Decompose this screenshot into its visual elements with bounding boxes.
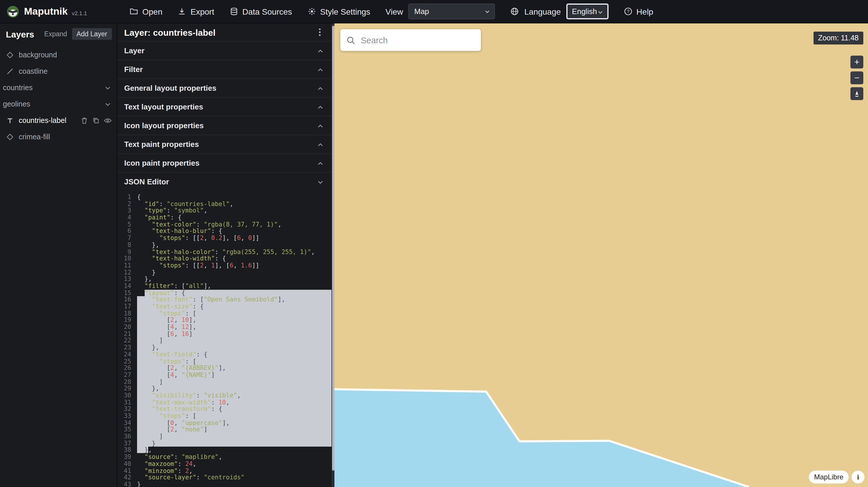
help-button[interactable]: ? Help [623,7,653,16]
section-label: Text paint properties [124,140,316,149]
zoom-in-button[interactable]: + [850,56,863,68]
chevron-up-icon [316,84,324,92]
maplibre-link[interactable]: MapLibre [809,470,849,484]
zoom-out-button[interactable]: − [850,71,863,84]
code-line: 19 [2, 10], [117,317,332,324]
layers-header: Layers Expand Add Layer [0,24,117,44]
help-icon: ? [623,7,632,16]
compass-icon [853,90,861,98]
layer-item-background[interactable]: background [0,47,117,63]
maputnik-app: Maputnik v2.1.1 Open Export Data Sources… [0,0,868,487]
code-line: 6 "text-halo-blur": { [117,228,332,235]
code-line: 21 [6, 16] [117,331,332,337]
code-line: 26 [2, "{ABBREV}"], [117,365,332,371]
code-line: 31 "text-max-width": 10, [117,399,332,405]
code-line: 4 "paint": { [117,214,332,221]
code-line: 28 ] [117,379,332,385]
code-line: 30 "visibility": "visible", [117,392,332,399]
chevron-up-icon [316,159,324,167]
view-select-value: Map [414,7,429,16]
delete-icon[interactable] [80,117,88,125]
map-canvas[interactable]: Zoom: 11.48 + − MapLibre i [335,24,868,487]
expand-button[interactable]: Expand [44,30,67,37]
line-icon [6,67,14,75]
duplicate-icon[interactable] [92,117,100,125]
layer-item-coastline[interactable]: coastline [0,63,117,79]
chevron-up-icon [316,103,324,111]
layer-item-label: background [19,51,107,59]
code-line: 17 "text-size": { [117,303,332,310]
layer-group-countries[interactable]: countries [0,79,117,96]
section-layer[interactable]: Layer [117,41,332,60]
kebab-menu-icon[interactable] [315,28,324,37]
data-sources-label: Data Sources [242,7,292,16]
code-line: 40 "maxzoom": 24, [117,461,332,467]
section-label: Icon paint properties [124,159,316,167]
language-group: Language English [510,3,609,19]
code-line: 25 "stops": [ [117,358,332,365]
svg-text:?: ? [627,9,629,14]
layer-group-geolines[interactable]: geolines [0,96,117,112]
app-title: Maputnik [24,6,68,17]
section-json-editor[interactable]: JSON Editor [117,172,332,191]
code-line: 9 "text-halo-color": "rgba(255, 255, 255… [117,249,332,255]
json-editor-code[interactable]: 1{2 "id": "countries-label",3 "type": "s… [117,191,332,487]
map-controls: + − [850,56,863,100]
section-label: Filter [124,65,316,74]
info-button[interactable]: i [851,470,865,484]
layer-item-label: coastline [19,67,107,75]
language-select[interactable]: English [566,3,608,19]
code-line: 3 "type": "symbol", [117,207,332,214]
open-button[interactable]: Open [129,7,162,16]
export-button[interactable]: Export [178,7,214,16]
code-line: 15 "layout": { [117,289,332,296]
diamond-icon [6,51,14,59]
chevron-up-icon [316,122,324,130]
code-line: 10 "text-halo-width": { [117,255,332,262]
language-select-value: English [572,7,597,16]
section-text-layout-properties[interactable]: Text layout properties [117,97,332,116]
layers-title: Layers [6,29,39,39]
language-label: Language [525,7,561,16]
section-text-paint-properties[interactable]: Text paint properties [117,135,332,153]
layer-list: background coastline countries geolines … [0,44,117,145]
inspector-scrollbar [332,24,335,487]
data-sources-button[interactable]: Data Sources [229,7,292,16]
chevron-up-icon [316,65,324,73]
section-general-layout-properties[interactable]: General layout properties [117,78,332,97]
layer-item-countries-label[interactable]: countries-label [0,112,117,129]
add-layer-button[interactable]: Add Layer [72,28,112,40]
visibility-icon[interactable] [104,117,112,125]
code-line: 24 "text-field": { [117,351,332,358]
code-line: 38 }, [117,447,332,454]
layer-item-label: countries [3,84,94,92]
chevron-down-icon [596,9,603,16]
search-input[interactable] [361,35,475,45]
inspector-title: Layer: countries-label [124,27,315,37]
code-line: 23 }, [117,344,332,351]
compass-button[interactable] [850,87,863,100]
view-select[interactable]: Map [408,3,495,19]
app-version: v2.1.1 [72,10,87,17]
zoom-level-badge: Zoom: 11.48 [813,32,863,44]
code-line: 32 "text-transform": { [117,406,332,413]
layer-item-crimea-fill[interactable]: crimea-fill [0,129,117,145]
inspector-header: Layer: countries-label [117,24,332,41]
code-line: 35 [2, "none"] [117,426,332,433]
chevron-down-icon [104,100,112,108]
style-settings-button[interactable]: Style Settings [307,7,370,16]
section-label: Layer [124,46,316,55]
section-icon-layout-properties[interactable]: Icon layout properties [117,116,332,135]
code-line: 27 [4, "{NAME}"] [117,372,332,379]
section-icon-paint-properties[interactable]: Icon paint properties [117,153,332,172]
water-polygon [335,389,749,487]
scrollbar-thumb[interactable] [332,26,334,471]
section-filter[interactable]: Filter [117,60,332,78]
brand: Maputnik v2.1.1 [0,4,120,19]
code-line: 37 } [117,440,332,447]
code-line: 42 "source-layer": "centroids" [117,474,332,481]
chevron-up-icon [316,140,324,149]
folder-open-icon [129,7,138,16]
top-toolbar: Maputnik v2.1.1 Open Export Data Sources… [0,0,868,24]
main-menu: Open Export Data Sources Style Settings … [120,3,653,19]
